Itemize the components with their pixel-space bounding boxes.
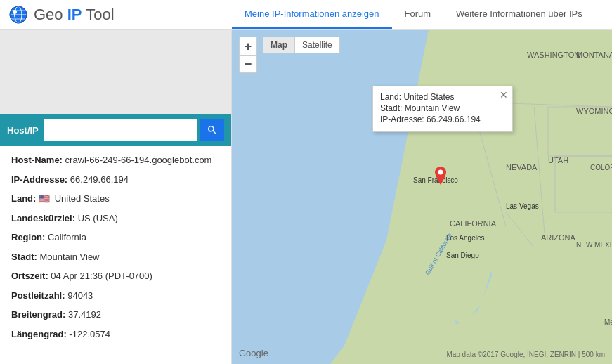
sidebar-ad-placeholder bbox=[0, 30, 231, 114]
region-value: California bbox=[48, 232, 86, 242]
ip-value: 66.249.66.194 bbox=[70, 174, 129, 185]
postal-value: 94043 bbox=[67, 290, 93, 301]
region-row: Region: California bbox=[11, 230, 220, 245]
map-pin bbox=[432, 167, 449, 194]
country-label: Land: bbox=[11, 193, 36, 204]
region-country-value: US (USA) bbox=[78, 213, 118, 223]
popup-city-line: Stadt: Mountain View bbox=[380, 103, 505, 113]
search-label: Host/IP bbox=[7, 125, 39, 136]
search-input[interactable] bbox=[44, 119, 197, 141]
svg-text:UTAH: UTAH bbox=[548, 156, 568, 164]
hostname-label: Host-Name: bbox=[11, 155, 63, 165]
hostname-value: crawl-66-249-66-194.googlebot.com bbox=[65, 155, 212, 165]
hostname-row: Host-Name: crawl-66-249-66-194.googlebot… bbox=[11, 153, 220, 167]
city-value: Mountain View bbox=[39, 252, 99, 262]
main-content: Host/IP Host-Name: crawl-66-249-66-194.g… bbox=[0, 30, 612, 364]
svg-text:MONTANA: MONTANA bbox=[576, 51, 612, 59]
svg-text:COLORADO: COLORADO bbox=[590, 164, 612, 171]
lng-row: Längengrad: -122.0574 bbox=[11, 327, 220, 342]
svg-text:San Diego: San Diego bbox=[446, 252, 479, 259]
ip-row: IP-Addresse: 66.249.66.194 bbox=[11, 173, 220, 187]
map-controls: + − bbox=[239, 37, 257, 73]
svg-point-6 bbox=[13, 10, 17, 14]
popup-country-line: Land: United States bbox=[380, 92, 505, 102]
search-icon bbox=[207, 124, 218, 136]
popup-country-value: United States bbox=[403, 92, 454, 102]
region-label: Region: bbox=[11, 232, 45, 242]
time-label: Ortszeit: bbox=[11, 271, 48, 281]
map-svg: WASHINGTON MONTANA WYOMING NEVADA UTAH C… bbox=[232, 30, 612, 364]
city-row: Stadt: Mountain View bbox=[11, 250, 220, 264]
svg-text:Me: Me bbox=[604, 318, 612, 326]
search-bar: Host/IP bbox=[0, 114, 231, 146]
city-label: Stadt: bbox=[11, 252, 37, 262]
svg-text:NEVADA: NEVADA bbox=[506, 163, 538, 171]
country-flag: 🇺🇸 bbox=[39, 192, 50, 206]
lat-value: 37.4192 bbox=[68, 309, 101, 320]
time-value: 04 Apr 21:36 (PDT-0700) bbox=[51, 271, 152, 281]
map-type-map-button[interactable]: Map bbox=[263, 37, 294, 53]
map-attribution: Map data ©2017 Google, INEGI, ZENRIN | 5… bbox=[446, 351, 605, 358]
lng-label: Längengrad: bbox=[11, 329, 67, 339]
map-type-buttons: Map Satellite bbox=[263, 37, 340, 53]
popup-ip-label: IP-Adresse: bbox=[380, 115, 427, 124]
tab-more-info[interactable]: Weitere Informationen über IPs bbox=[443, 0, 595, 29]
globe-icon bbox=[8, 5, 28, 25]
info-section: Host-Name: crawl-66-249-66-194.googlebot… bbox=[0, 146, 231, 353]
logo-text: Geo IP Tool bbox=[34, 6, 115, 24]
popup-close-button[interactable]: ✕ bbox=[500, 89, 508, 100]
svg-text:WYOMING: WYOMING bbox=[576, 107, 612, 115]
country-row: Land: 🇺🇸 United States bbox=[11, 192, 220, 206]
popup-country-label: Land: bbox=[380, 92, 403, 102]
postal-row: Postleitzahl: 94043 bbox=[11, 289, 220, 303]
svg-text:Las Vegas: Las Vegas bbox=[506, 202, 539, 210]
lat-label: Breitengrad: bbox=[11, 309, 65, 320]
svg-text:NEW MEXICO: NEW MEXICO bbox=[576, 241, 612, 249]
tab-my-ip[interactable]: Meine IP-Informationen anzeigen bbox=[232, 0, 392, 29]
location-pin-icon bbox=[432, 167, 449, 192]
zoom-in-button[interactable]: + bbox=[239, 37, 257, 55]
popup-city-value: Mountain View bbox=[405, 103, 460, 113]
region-country-row: Landeskürzlel: US (USA) bbox=[11, 212, 220, 226]
lat-row: Breitengrad: 37.4192 bbox=[11, 308, 220, 322]
map-popup: ✕ Land: United States Stadt: Mountain Vi… bbox=[372, 86, 513, 132]
country-value: United States bbox=[55, 193, 110, 204]
lng-value: -122.0574 bbox=[69, 329, 110, 339]
popup-ip-value: 66.249.66.194 bbox=[427, 115, 481, 124]
svg-text:CALIFORNIA: CALIFORNIA bbox=[450, 219, 497, 228]
logo-area: Geo IP Tool bbox=[0, 0, 232, 29]
map-background: WASHINGTON MONTANA WYOMING NEVADA UTAH C… bbox=[232, 30, 612, 364]
time-row: Ortszeit: 04 Apr 21:36 (PDT-0700) bbox=[11, 269, 220, 283]
map-type-satellite-button[interactable]: Satellite bbox=[294, 37, 340, 53]
google-attribution: Google bbox=[239, 348, 268, 358]
search-button[interactable] bbox=[200, 119, 224, 141]
region-country-label: Landeskürzlel: bbox=[11, 213, 75, 223]
svg-text:ARIZONA: ARIZONA bbox=[541, 233, 576, 242]
postal-label: Postleitzahl: bbox=[11, 290, 65, 301]
popup-city-label: Stadt: bbox=[380, 103, 405, 113]
map-area: WASHINGTON MONTANA WYOMING NEVADA UTAH C… bbox=[232, 30, 612, 364]
tab-forum[interactable]: Forum bbox=[392, 0, 444, 29]
popup-ip-line: IP-Adresse: 66.249.66.194 bbox=[380, 115, 505, 124]
zoom-out-button[interactable]: − bbox=[239, 55, 257, 73]
svg-point-35 bbox=[438, 170, 443, 175]
nav-tabs: Meine IP-Informationen anzeigen Forum We… bbox=[232, 0, 612, 29]
header: Geo IP Tool Meine IP-Informationen anzei… bbox=[0, 0, 612, 30]
svg-text:WASHINGTON: WASHINGTON bbox=[527, 51, 580, 59]
sidebar: Host/IP Host-Name: crawl-66-249-66-194.g… bbox=[0, 30, 232, 364]
ip-label: IP-Addresse: bbox=[11, 174, 67, 185]
